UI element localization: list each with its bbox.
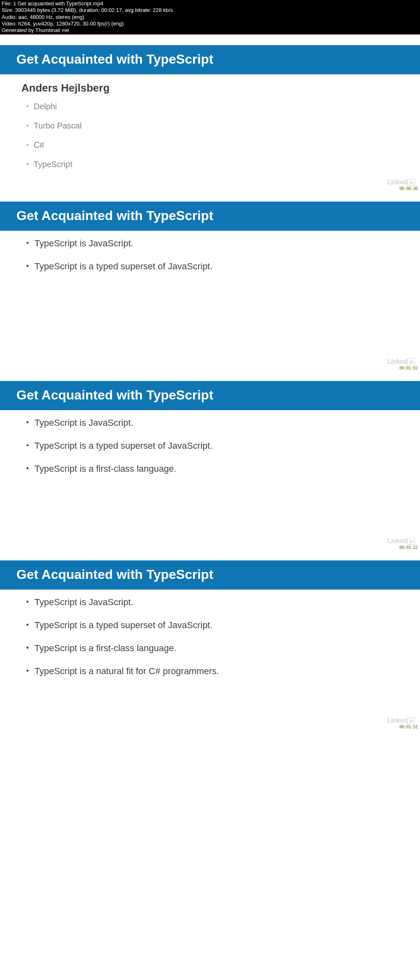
- file-metadata-header: File: 1 Get acquainted with TypeScript.m…: [0, 0, 420, 34]
- slide-4: Get Acquainted with TypeScript TypeScrip…: [0, 560, 420, 729]
- slide-timestamp: 00:01:52: [399, 725, 418, 729]
- spacer: [0, 550, 420, 560]
- bullet-item: TypeScript is a natural fit for C# progr…: [26, 666, 400, 677]
- bullet-list: TypeScript is JavaScript. TypeScript is …: [20, 597, 400, 677]
- slide-body: TypeScript is JavaScript. TypeScript is …: [0, 231, 420, 370]
- slide-body: Anders Hejlsberg Delphi Turbo Pascal C# …: [0, 74, 420, 191]
- slide-title: Get Acquainted with TypeScript: [0, 381, 420, 410]
- spacer: [0, 34, 420, 45]
- slide-3: Get Acquainted with TypeScript TypeScrip…: [0, 381, 420, 550]
- watermark-brand2: in: [407, 179, 415, 186]
- slide-timestamp: 00:01:02: [399, 366, 418, 370]
- watermark-brand2: in: [407, 717, 415, 724]
- bullet-list: TypeScript is JavaScript. TypeScript is …: [20, 238, 400, 272]
- meta-generated: Generated by Thumbnail me: [2, 27, 418, 34]
- bullet-item: TypeScript is a typed superset of JavaSc…: [26, 441, 400, 451]
- bullet-list: Delphi Turbo Pascal C# TypeScript: [20, 102, 400, 169]
- bullet-item: TypeScript is JavaScript.: [26, 238, 400, 249]
- slide-title: Get Acquainted with TypeScript: [0, 202, 420, 231]
- slide-body: TypeScript is JavaScript. TypeScript is …: [0, 410, 420, 550]
- linkedin-watermark-icon: Linkedin: [387, 358, 415, 365]
- bullet-item: TypeScript: [26, 160, 400, 169]
- slide-1: Get Acquainted with TypeScript Anders He…: [0, 45, 420, 191]
- watermark-brand1: Linked: [387, 717, 407, 724]
- bullet-item: Turbo Pascal: [26, 121, 400, 131]
- watermark-brand2: in: [407, 538, 415, 545]
- watermark-brand1: Linked: [387, 537, 407, 544]
- bullet-item: Delphi: [26, 102, 400, 111]
- slide-body: TypeScript is JavaScript. TypeScript is …: [0, 590, 420, 729]
- bullet-item: TypeScript is JavaScript.: [26, 597, 400, 608]
- bullet-list: TypeScript is JavaScript. TypeScript is …: [20, 418, 400, 474]
- slide-subheading: Anders Hejlsberg: [21, 82, 400, 94]
- slide-timestamp: 00:01:22: [399, 545, 418, 550]
- linkedin-watermark-icon: Linkedin: [387, 179, 415, 186]
- bullet-item: TypeScript is a first-class language.: [26, 464, 400, 474]
- bullet-item: TypeScript is a typed superset of JavaSc…: [26, 620, 400, 631]
- bullet-item: TypeScript is a first-class language.: [26, 643, 400, 654]
- bullet-item: TypeScript is JavaScript.: [26, 418, 400, 428]
- linkedin-watermark-icon: Linkedin: [387, 717, 415, 724]
- slide-timestamp: 00:00:30: [399, 186, 418, 191]
- bullet-item: C#: [26, 140, 400, 150]
- bullet-item: TypeScript is a typed superset of JavaSc…: [26, 261, 400, 272]
- spacer: [0, 370, 420, 381]
- slide-title: Get Acquainted with TypeScript: [0, 560, 420, 590]
- watermark-brand2: in: [407, 358, 415, 365]
- linkedin-watermark-icon: Linkedin: [387, 537, 415, 545]
- meta-size: Size: 3903445 bytes (3.72 MiB), duration…: [2, 7, 418, 14]
- slide-title: Get Acquainted with TypeScript: [0, 45, 420, 74]
- watermark-brand1: Linked: [387, 358, 407, 365]
- meta-audio: Audio: aac, 48000 Hz, stereo (eng): [2, 14, 418, 21]
- spacer: [0, 191, 420, 202]
- watermark-brand1: Linked: [387, 179, 407, 186]
- meta-video: Video: h264, yuv420p, 1280x720, 30.00 fp…: [2, 21, 418, 27]
- slide-2: Get Acquainted with TypeScript TypeScrip…: [0, 202, 420, 370]
- meta-file: File: 1 Get acquainted with TypeScript.m…: [2, 0, 418, 7]
